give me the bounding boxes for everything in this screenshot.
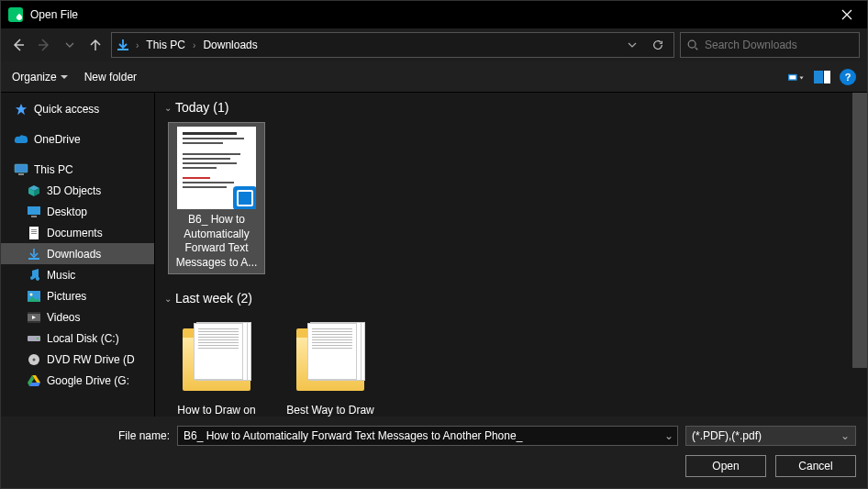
sidebar-item-label: Quick access xyxy=(34,103,99,116)
file-item[interactable]: Best Way to Draw on PDF - Quick xyxy=(282,313,379,417)
svg-rect-3 xyxy=(789,75,796,79)
drive-icon xyxy=(27,331,41,346)
address-dropdown[interactable] xyxy=(628,40,646,50)
group-label: Last week (2) xyxy=(175,291,252,306)
sidebar-item-3d-objects[interactable]: 3D Objects xyxy=(1,180,154,201)
svg-point-16 xyxy=(30,293,33,295)
pdf-badge-icon xyxy=(233,186,256,209)
downloads-location-icon xyxy=(116,38,130,52)
sidebar-item-downloads[interactable]: Downloads xyxy=(1,243,154,264)
sidebar-onedrive[interactable]: OneDrive xyxy=(1,128,154,150)
refresh-icon xyxy=(651,39,664,51)
svg-rect-4 xyxy=(814,71,823,83)
star-icon xyxy=(14,102,28,117)
chevron-down-icon: ⌄ xyxy=(164,294,172,304)
svg-rect-12 xyxy=(31,231,37,232)
svg-rect-18 xyxy=(28,312,40,314)
sidebar-thispc[interactable]: This PC xyxy=(1,159,154,180)
sidebar-item-dvd-drive[interactable]: DVD RW Drive (D xyxy=(1,349,154,370)
sidebar: Quick access OneDrive This PC 3D Objects xyxy=(1,93,155,417)
breadcrumb-downloads[interactable]: Downloads xyxy=(201,39,259,51)
back-button[interactable] xyxy=(8,35,28,55)
svg-rect-7 xyxy=(18,173,24,175)
search-box[interactable] xyxy=(680,32,860,58)
forward-button[interactable] xyxy=(34,35,54,55)
filename-combobox[interactable]: ⌄ xyxy=(177,426,678,446)
sidebar-item-label: 3D Objects xyxy=(47,184,101,197)
close-button[interactable] xyxy=(826,1,867,28)
new-folder-button[interactable]: New folder xyxy=(84,71,137,83)
breadcrumb-thispc[interactable]: This PC xyxy=(144,39,187,51)
sidebar-item-videos[interactable]: Videos xyxy=(1,306,154,328)
svg-rect-6 xyxy=(15,164,28,172)
disc-icon xyxy=(27,352,41,367)
cube-icon xyxy=(27,183,41,198)
open-button[interactable]: Open xyxy=(685,455,766,477)
sidebar-quick-access[interactable]: Quick access xyxy=(1,98,154,119)
chevron-down-icon xyxy=(628,40,637,50)
sidebar-item-label: Pictures xyxy=(47,290,86,303)
refresh-button[interactable] xyxy=(651,39,670,51)
svg-rect-5 xyxy=(824,71,830,83)
filetype-select[interactable]: (*.PDF),(*.pdf) ⌄ xyxy=(685,426,856,446)
help-button[interactable]: ? xyxy=(840,69,856,85)
up-button[interactable] xyxy=(85,35,106,55)
file-label: Best Way to Draw on PDF - Quick xyxy=(280,404,381,417)
svg-rect-0 xyxy=(117,49,128,50)
organize-button[interactable]: Organize xyxy=(12,71,68,83)
sidebar-item-documents[interactable]: Documents xyxy=(1,222,154,243)
secondary-toolbar: Organize New folder ? xyxy=(1,61,867,93)
sidebar-item-desktop[interactable]: Desktop xyxy=(1,201,154,222)
forward-arrow-icon xyxy=(37,38,51,52)
sidebar-item-google-drive[interactable]: Google Drive (G: xyxy=(1,370,154,391)
filename-input[interactable] xyxy=(178,429,661,442)
file-label: B6_ How to Automatically Forward Text Me… xyxy=(166,213,267,270)
videos-icon xyxy=(27,310,41,325)
pdf-thumbnail xyxy=(177,127,256,209)
svg-rect-13 xyxy=(31,233,37,234)
google-drive-icon xyxy=(27,373,41,388)
preview-pane-icon xyxy=(814,71,830,83)
chevron-down-icon: ⌄ xyxy=(840,429,850,442)
filetype-label: (*.PDF),(*.pdf) xyxy=(692,429,762,442)
scrollbar-thumb[interactable] xyxy=(852,93,867,368)
dialog-footer: File name: ⌄ (*.PDF),(*.pdf) ⌄ Open Canc… xyxy=(1,417,867,488)
sidebar-item-label: This PC xyxy=(34,163,73,176)
search-icon xyxy=(686,39,699,51)
titlebar: Open File xyxy=(1,1,867,28)
group-today-header[interactable]: ⌄ Today (1) xyxy=(161,96,862,122)
svg-point-21 xyxy=(37,338,39,339)
sidebar-item-local-disk[interactable]: Local Disk (C:) xyxy=(1,328,154,349)
sidebar-item-label: Videos xyxy=(47,311,80,324)
back-arrow-icon xyxy=(11,38,26,52)
cancel-button[interactable]: Cancel xyxy=(775,455,856,477)
sidebar-item-pictures[interactable]: Pictures xyxy=(1,285,154,306)
file-list: ⌄ Today (1) B6_ How to Automatica xyxy=(155,93,867,417)
folder-thumbnail xyxy=(291,317,370,400)
group-lastweek-header[interactable]: ⌄ Last week (2) xyxy=(161,287,862,313)
chevron-down-icon[interactable]: ⌄ xyxy=(661,429,677,442)
open-file-dialog: Open File › This PC › Downloads xyxy=(0,0,868,489)
sidebar-item-label: Music xyxy=(47,269,75,282)
svg-rect-11 xyxy=(31,229,37,230)
svg-point-1 xyxy=(688,40,696,48)
file-item[interactable]: How to Draw on PDF Document xyxy=(168,313,265,417)
chevron-down-icon xyxy=(61,73,68,81)
address-bar[interactable]: › This PC › Downloads xyxy=(111,32,674,58)
organize-label: Organize xyxy=(12,71,57,83)
new-folder-label: New folder xyxy=(84,71,137,83)
svg-rect-19 xyxy=(28,321,40,323)
recent-dropdown[interactable] xyxy=(60,35,80,55)
pictures-icon xyxy=(27,289,41,304)
document-icon xyxy=(27,226,41,240)
window-title: Open File xyxy=(30,8,78,21)
app-icon xyxy=(8,7,23,22)
scrollbar[interactable] xyxy=(852,93,867,417)
nav-row: › This PC › Downloads xyxy=(1,28,867,61)
sidebar-item-music[interactable]: Music xyxy=(1,264,154,285)
preview-pane-button[interactable] xyxy=(814,71,830,83)
search-input[interactable] xyxy=(705,39,853,51)
file-item-selected[interactable]: B6_ How to Automatically Forward Text Me… xyxy=(168,122,265,274)
cloud-icon xyxy=(14,132,28,147)
view-mode-button[interactable] xyxy=(788,71,805,83)
